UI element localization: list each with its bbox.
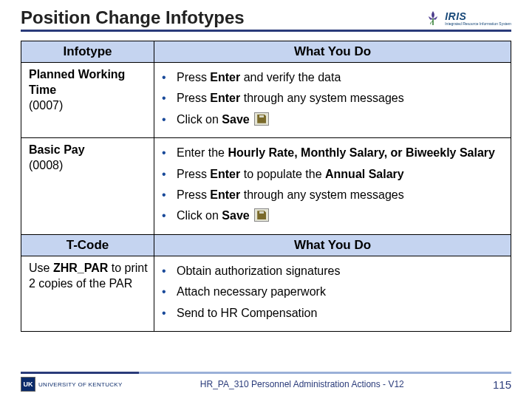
iris-logo: IRIS Integrated Resource Information Sys…	[424, 9, 511, 27]
iris-logo-sub: Integrated Resource Information System	[445, 22, 511, 26]
list-item: Enter the Hourly Rate, Monthly Salary, o…	[172, 143, 511, 163]
footer-caption: HR_PA_310 Personnel Administration Actio…	[123, 379, 482, 389]
disk-save-icon	[254, 208, 269, 222]
step-list: Enter the Hourly Rate, Monthly Salary, o…	[154, 143, 511, 227]
step-list: Obtain authorization signatures Attach n…	[154, 261, 511, 324]
iris-flower-icon	[424, 9, 442, 27]
list-item: Press Enter and verify the data	[172, 67, 511, 88]
list-item: Send to HR Compensation	[172, 303, 511, 324]
row-label: Basic Pay (0008)	[21, 138, 154, 184]
header-infotype: Infotype	[21, 41, 154, 63]
row-label: Use ZHR_PAR to print 2 copies of the PAR	[21, 256, 154, 302]
list-item: Click on Save	[172, 205, 511, 226]
slide: Position Change Infotypes IRIS Integrate…	[0, 0, 532, 399]
list-item: Press Enter to populate the Annual Salar…	[172, 164, 511, 185]
list-item: Press Enter through any system messages	[172, 185, 511, 205]
header-whatyoudo2: What You Do	[154, 234, 511, 256]
row-label: Planned Working Time (0007)	[21, 63, 154, 123]
iris-logo-text: IRIS	[445, 10, 511, 22]
title-row: Position Change Infotypes IRIS Integrate…	[21, 7, 511, 32]
page-title: Position Change Infotypes	[21, 7, 245, 28]
header-tcode: T-Code	[21, 234, 154, 256]
uk-name: UNIVERSITY OF KENTUCKY	[38, 381, 123, 388]
infotype-table: Infotype What You Do Planned Working Tim…	[21, 41, 511, 332]
disk-save-icon	[254, 112, 269, 126]
uk-badge-icon: UK	[21, 377, 35, 392]
list-item: Click on Save	[172, 109, 511, 130]
table-row: Basic Pay (0008) Enter the Hourly Rate, …	[21, 138, 511, 235]
header-whatyoudo: What You Do	[154, 41, 511, 63]
table-row: Use ZHR_PAR to print 2 copies of the PAR…	[21, 256, 511, 331]
uk-logo: UK UNIVERSITY OF KENTUCKY	[21, 377, 123, 392]
list-item: Press Enter through any system messages	[172, 88, 511, 109]
footer: UK UNIVERSITY OF KENTUCKY HR_PA_310 Pers…	[0, 377, 532, 392]
step-list: Press Enter and verify the data Press En…	[154, 67, 511, 130]
list-item: Obtain authorization signatures	[172, 261, 511, 282]
footer-divider	[21, 372, 511, 374]
page-number: 115	[482, 378, 511, 391]
table-row: Planned Working Time (0007) Press Enter …	[21, 63, 511, 138]
list-item: Attach necessary paperwork	[172, 282, 511, 302]
